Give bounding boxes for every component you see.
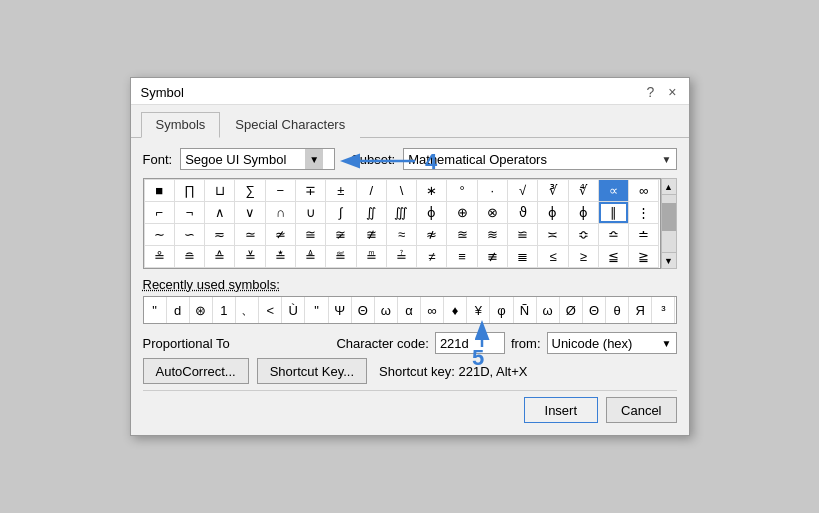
sym-cell[interactable]: ≤: [538, 246, 568, 268]
recent-cell[interactable]: ω: [375, 297, 398, 323]
sym-cell[interactable]: ⊔: [205, 180, 235, 202]
sym-cell[interactable]: ≏: [599, 224, 629, 246]
sym-cell[interactable]: ϑ: [508, 202, 538, 224]
help-button[interactable]: ?: [643, 84, 659, 100]
sym-cell[interactable]: ≥: [569, 246, 599, 268]
sym-cell[interactable]: ≝: [326, 246, 356, 268]
from-dropdown-button[interactable]: ▼: [662, 338, 672, 349]
sym-cell[interactable]: /: [357, 180, 387, 202]
sym-cell[interactable]: \: [387, 180, 417, 202]
close-button[interactable]: ×: [664, 84, 680, 100]
recent-cell[interactable]: ³: [652, 297, 675, 323]
sym-cell[interactable]: ≢: [478, 246, 508, 268]
recent-cell[interactable]: ": [305, 297, 328, 323]
sym-cell[interactable]: ≊: [447, 224, 477, 246]
sym-cell[interactable]: ≡: [447, 246, 477, 268]
sym-cell[interactable]: ≞: [357, 246, 387, 268]
recent-cell[interactable]: Θ: [583, 297, 606, 323]
scroll-thumb[interactable]: [662, 203, 676, 231]
sym-cell[interactable]: ϕ: [417, 202, 447, 224]
recent-cell[interactable]: ¥: [467, 297, 490, 323]
recent-cell[interactable]: θ: [606, 297, 629, 323]
sym-cell[interactable]: ≆: [326, 224, 356, 246]
recent-cell[interactable]: ": [144, 297, 167, 323]
sym-cell[interactable]: ∪: [296, 202, 326, 224]
cancel-button[interactable]: Cancel: [606, 397, 676, 423]
sym-cell[interactable]: ∽: [175, 224, 205, 246]
sym-cell[interactable]: °: [447, 180, 477, 202]
recent-cell[interactable]: ♦: [444, 297, 467, 323]
sym-cell[interactable]: ∨: [235, 202, 265, 224]
charcode-input[interactable]: [435, 332, 505, 354]
tab-special-characters[interactable]: Special Characters: [220, 112, 360, 138]
subset-select-wrap[interactable]: Mathematical Operators ▼: [403, 148, 676, 170]
recent-cell[interactable]: Ψ: [329, 297, 352, 323]
sym-cell[interactable]: ∗: [417, 180, 447, 202]
recent-cell[interactable]: 1: [213, 297, 236, 323]
scroll-up-button[interactable]: ▲: [662, 179, 676, 195]
sym-cell[interactable]: ⊕: [447, 202, 477, 224]
recent-cell[interactable]: Θ: [352, 297, 375, 323]
sym-cell[interactable]: ϕ: [538, 202, 568, 224]
sym-cell[interactable]: ∏: [175, 180, 205, 202]
sym-cell[interactable]: ≉: [417, 224, 447, 246]
sym-cell[interactable]: ±: [326, 180, 356, 202]
font-dropdown-button[interactable]: ▼: [305, 149, 323, 169]
sym-cell[interactable]: ∥: [599, 202, 629, 224]
sym-cell[interactable]: ∩: [266, 202, 296, 224]
recent-cell[interactable]: Ø: [560, 297, 583, 323]
sym-cell[interactable]: ∭: [387, 202, 417, 224]
sym-cell[interactable]: ≙: [205, 246, 235, 268]
sym-cell[interactable]: ≅: [296, 224, 326, 246]
sym-cell[interactable]: ≇: [357, 224, 387, 246]
sym-cell[interactable]: ∬: [357, 202, 387, 224]
sym-cell[interactable]: √: [508, 180, 538, 202]
sym-cell[interactable]: ≄: [266, 224, 296, 246]
sym-cell[interactable]: ∼: [145, 224, 175, 246]
sym-cell[interactable]: ≧: [629, 246, 659, 268]
recent-cell[interactable]: 、: [236, 297, 259, 323]
recent-cell[interactable]: ⊛: [190, 297, 213, 323]
sym-cell[interactable]: ≘: [175, 246, 205, 268]
sym-cell[interactable]: ∧: [205, 202, 235, 224]
sym-cell[interactable]: ⌐: [145, 202, 175, 224]
sym-cell[interactable]: ·: [478, 180, 508, 202]
recent-cell[interactable]: Ñ: [514, 297, 537, 323]
sym-cell[interactable]: ≟: [387, 246, 417, 268]
recent-cell[interactable]: ∞: [421, 297, 444, 323]
sym-cell[interactable]: ∓: [296, 180, 326, 202]
scrollbar[interactable]: ▲ ▼: [661, 178, 677, 269]
font-input-wrap[interactable]: ▼: [180, 148, 335, 170]
recent-cell[interactable]: d: [167, 297, 190, 323]
sym-cell[interactable]: ≎: [569, 224, 599, 246]
sym-cell[interactable]: ≚: [235, 246, 265, 268]
sym-cell[interactable]: ≜: [296, 246, 326, 268]
sym-cell[interactable]: ⊗: [478, 202, 508, 224]
sym-cell[interactable]: ≦: [599, 246, 629, 268]
sym-cell[interactable]: ∑: [235, 180, 265, 202]
sym-cell[interactable]: ≈: [387, 224, 417, 246]
sym-cell[interactable]: ϕ: [569, 202, 599, 224]
recent-cell[interactable]: φ: [490, 297, 513, 323]
sym-cell[interactable]: ■: [145, 180, 175, 202]
sym-cell[interactable]: ⋮: [629, 202, 659, 224]
sym-cell[interactable]: ∛: [538, 180, 568, 202]
sym-cell[interactable]: −: [266, 180, 296, 202]
sym-cell[interactable]: ≂: [205, 224, 235, 246]
recent-cell[interactable]: Ù: [282, 297, 305, 323]
sym-cell[interactable]: ≍: [538, 224, 568, 246]
sym-cell[interactable]: ∜: [569, 180, 599, 202]
sym-cell[interactable]: ≗: [145, 246, 175, 268]
sym-cell[interactable]: ∫: [326, 202, 356, 224]
sym-cell[interactable]: ≠: [417, 246, 447, 268]
sym-cell[interactable]: ≛: [266, 246, 296, 268]
sym-cell-selected[interactable]: ∝: [599, 180, 629, 202]
insert-button[interactable]: Insert: [524, 397, 599, 423]
recent-cell[interactable]: Я: [629, 297, 652, 323]
sym-cell[interactable]: ≋: [478, 224, 508, 246]
scroll-down-button[interactable]: ▼: [662, 252, 676, 268]
sym-cell[interactable]: ≃: [235, 224, 265, 246]
sym-cell[interactable]: ∞: [629, 180, 659, 202]
recent-cell[interactable]: ω: [537, 297, 560, 323]
shortcut-key-button[interactable]: Shortcut Key...: [257, 358, 367, 384]
